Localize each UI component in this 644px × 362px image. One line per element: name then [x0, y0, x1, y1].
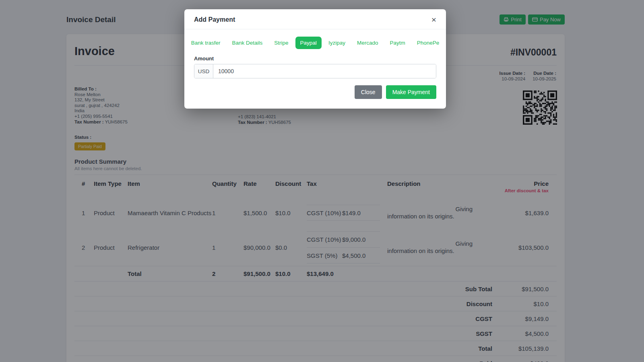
tab-stripe[interactable]: Stripe	[269, 37, 293, 49]
tab-paytm[interactable]: Paytm	[385, 37, 410, 49]
tab-bank-transfer[interactable]: Bank trasfer	[186, 37, 225, 49]
add-payment-modal: Add Payment × Bank trasfer Bank Details …	[184, 9, 446, 109]
close-icon[interactable]: ×	[431, 15, 436, 24]
amount-label: Amount	[194, 56, 436, 62]
tab-iyzipay[interactable]: Iyzipay	[324, 37, 350, 49]
payment-method-tabs: Bank trasfer Bank Details Stripe Paypal …	[194, 37, 436, 49]
currency-prefix: USD	[194, 64, 213, 78]
modal-actions: Close Make Payment	[194, 85, 436, 99]
tab-mercado[interactable]: Mercado	[352, 37, 383, 49]
tab-paypal[interactable]: Paypal	[295, 37, 322, 49]
make-payment-button[interactable]: Make Payment	[386, 85, 436, 99]
amount-input-group: USD	[194, 64, 436, 78]
modal-header: Add Payment ×	[184, 9, 446, 29]
tab-phonepe[interactable]: PhonePe	[412, 37, 444, 49]
tab-bank-details[interactable]: Bank Details	[227, 37, 268, 49]
amount-input[interactable]	[213, 64, 436, 78]
modal-title: Add Payment	[194, 16, 235, 23]
modal-body: Bank trasfer Bank Details Stripe Paypal …	[184, 29, 446, 109]
close-button[interactable]: Close	[355, 85, 382, 99]
